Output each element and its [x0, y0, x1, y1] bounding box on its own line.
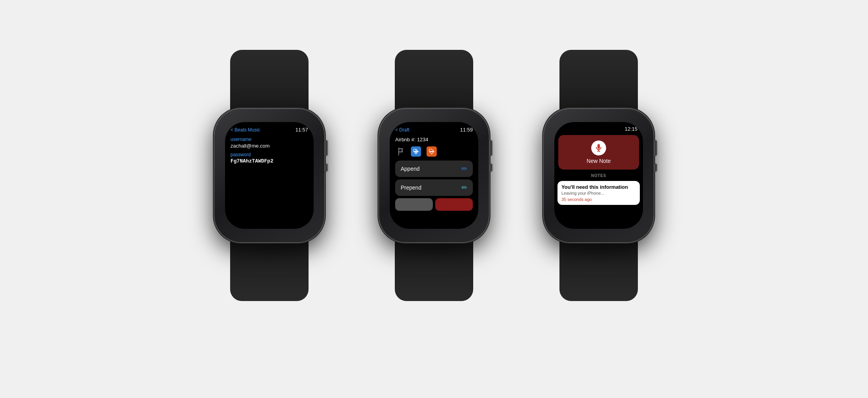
watch-crown-3 [654, 140, 657, 156]
watch-case-1: < Beats Music 11:57 username zachall@me.… [214, 109, 324, 242]
time-3: 12:15 [625, 126, 637, 132]
note-card-subtitle: Leaving your iPhone... [561, 191, 636, 195]
svg-rect-0 [597, 144, 600, 149]
password-value: Fg7NAhzTAWDFp2 [231, 158, 308, 164]
icons-row-2 [395, 146, 473, 157]
tag-add-icon [411, 146, 421, 157]
pencil-blue-icon: ✏ [461, 164, 467, 173]
tag-remove-icon [427, 146, 437, 157]
watch-crown-1 [324, 140, 327, 156]
btn-gray-2[interactable] [395, 198, 433, 211]
notes-section-header: NOTES [554, 172, 643, 179]
watch-3: 12:15 New Note NOTES [532, 50, 665, 348]
screen-header-1: < Beats Music 11:57 [231, 127, 308, 133]
watch-screen-2: < Draft 11:59 Airbnb #: 1234 [390, 122, 478, 229]
watch-button-1 [324, 164, 327, 172]
password-label: password [231, 152, 308, 157]
username-value: zachall@me.com [231, 143, 308, 149]
btn-red-2[interactable] [435, 198, 473, 211]
pencil-teal-icon: ✏ [461, 183, 467, 192]
username-label: username [231, 137, 308, 142]
append-label: Append [401, 166, 419, 172]
screen-content-2: < Draft 11:59 Airbnb #: 1234 [390, 122, 478, 215]
watches-container: < Beats Music 11:57 username zachall@me.… [203, 50, 665, 348]
note-card[interactable]: You'll need this information Leaving you… [557, 181, 640, 205]
microphone-icon [591, 141, 606, 155]
flag-icon [397, 147, 405, 156]
watch-screen-1: < Beats Music 11:57 username zachall@me.… [225, 122, 314, 229]
prepend-label: Prepend [401, 184, 421, 191]
time-1: 11:57 [295, 127, 308, 133]
bottom-buttons-2 [395, 198, 473, 211]
back-nav-1[interactable]: < Beats Music [231, 127, 260, 133]
screen-content-3: 12:15 New Note NOTES [554, 122, 643, 206]
watch-2: < Draft 11:59 Airbnb #: 1234 [367, 50, 501, 348]
watch-button-3 [654, 164, 657, 172]
watch-case-3: 12:15 New Note NOTES [544, 109, 654, 242]
note-title-2: Airbnb #: 1234 [395, 137, 473, 142]
new-note-label: New Note [587, 158, 610, 164]
screen-header-3: 12:15 [554, 122, 643, 133]
screen-content-1: < Beats Music 11:57 username zachall@me.… [225, 122, 314, 169]
prepend-button[interactable]: Prepend ✏ [395, 179, 473, 196]
watch-case-2: < Draft 11:59 Airbnb #: 1234 [379, 109, 489, 242]
watch-button-2 [489, 164, 492, 172]
back-nav-2[interactable]: < Draft [395, 127, 409, 133]
watch-1: < Beats Music 11:57 username zachall@me.… [203, 50, 336, 348]
append-button[interactable]: Append ✏ [395, 161, 473, 177]
watch-crown-2 [489, 140, 492, 156]
screen-header-2: < Draft 11:59 [395, 127, 473, 133]
watch-screen-3: 12:15 New Note NOTES [554, 122, 643, 229]
note-card-time: 35 seconds ago [561, 197, 636, 202]
new-note-button[interactable]: New Note [558, 135, 639, 170]
note-card-title: You'll need this information [561, 184, 636, 190]
time-2: 11:59 [460, 127, 473, 133]
